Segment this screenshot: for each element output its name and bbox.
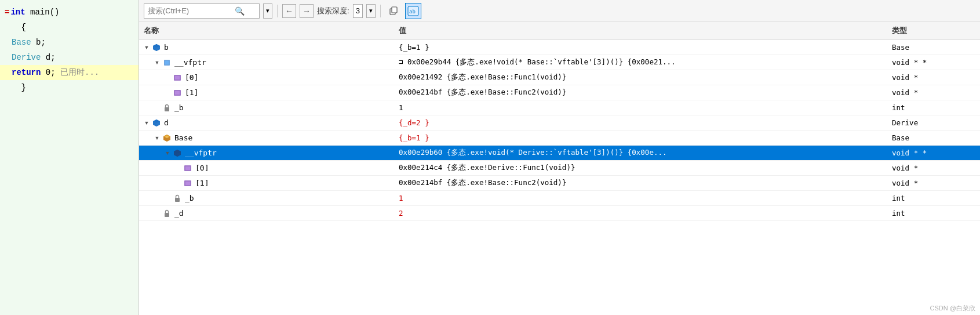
col-header-value: 值 <box>394 24 887 37</box>
var-name: _b <box>174 103 184 112</box>
name-cell: ▼ __vfptr <box>139 57 394 68</box>
keyword-return: return <box>12 66 41 79</box>
value-cell: 1 <box>394 102 887 113</box>
expand-button[interactable]: ▼ <box>153 134 161 142</box>
copy-icon-button[interactable] <box>385 3 402 19</box>
search-input[interactable] <box>148 6 235 15</box>
table-row[interactable]: _b1int <box>139 100 980 115</box>
svg-text:ab: ab <box>409 9 416 15</box>
blue-cube-icon <box>152 118 161 128</box>
name-cell: ▼ d <box>139 117 394 129</box>
lock-icon <box>162 103 172 113</box>
name-cell: _b <box>139 193 394 204</box>
search-dropdown[interactable]: ▾ <box>263 3 272 19</box>
watermark: CSDN @白菜欣 <box>930 304 975 313</box>
depth-dropdown[interactable]: ▾ <box>366 4 376 18</box>
table-row[interactable]: ▼ b{_b=1 }Base <box>139 40 980 55</box>
value-cell: 1 <box>394 193 887 204</box>
type-cell: void * * <box>887 147 980 158</box>
svg-rect-14 <box>165 107 169 111</box>
table-row[interactable]: ▼ Base{_b=1 }Base <box>139 131 980 146</box>
var-name: b <box>164 43 169 52</box>
purple-box-icon <box>183 179 192 188</box>
code-line-5: return 0; 已用时... <box>0 65 139 80</box>
svg-rect-9 <box>165 61 169 64</box>
value-cell: 2 <box>394 208 887 219</box>
expand-button[interactable]: ▼ <box>143 119 151 127</box>
value-cell: ⊐ 0x00e29b44 {多态.exe!void(* Base::`vftab… <box>394 56 887 68</box>
watch-table-body: ▼ b{_b=1 }Base▼ __vfptr⊐ 0x00e29b44 {多态.… <box>139 40 980 315</box>
value-cell: 0x00e214bf {多态.exe!Base::Func2(void)} <box>394 86 887 99</box>
code-panel: = int main() { Base b; Derive d; return … <box>0 0 139 315</box>
var-name: _d <box>174 209 184 218</box>
var-name: _b <box>185 194 194 202</box>
table-row[interactable]: [0]0x00e21492 {多态.exe!Base::Func1(void)}… <box>139 70 980 85</box>
table-row[interactable]: ▼ __vfptr⊐ 0x00e29b44 {多态.exe!void(* Bas… <box>139 55 980 70</box>
blue-cube-dark-icon <box>173 149 182 158</box>
watch-panel: 🔍 ▾ ← → 搜索深度: 3 ▾ ab 名称 值 类型 ▼ <box>139 0 980 315</box>
type-cell: Base <box>887 42 980 53</box>
var-name: d <box>164 118 169 127</box>
code-line-2: { <box>0 20 139 35</box>
value-cell: 0x00e214c4 {多态.exe!Derive::Func1(void)} <box>394 162 887 174</box>
search-icon: 🔍 <box>235 6 245 16</box>
name-cell: [0] <box>139 162 394 174</box>
name-cell: ▼ __vfptr <box>139 147 394 159</box>
name-cell: _d <box>139 208 394 219</box>
depth-value: 3 <box>356 6 360 15</box>
blue-cube-icon <box>152 43 161 52</box>
type-cell: void * <box>887 178 980 189</box>
svg-rect-29 <box>185 166 190 170</box>
type-cell: Derive <box>887 117 980 128</box>
purple-box-icon <box>173 73 182 82</box>
col-header-type: 类型 <box>887 24 980 37</box>
var-name: __vfptr <box>174 58 206 67</box>
table-row[interactable]: ▼ d{_d=2 }Derive <box>139 115 980 131</box>
purple-box-icon <box>183 164 192 173</box>
expand-button[interactable]: ▼ <box>153 59 161 67</box>
toolbar-sep-2 <box>380 5 381 17</box>
depth-select[interactable]: 3 <box>353 4 363 18</box>
name-cell: ▼ b <box>139 42 394 53</box>
value-cell: {_d=2 } <box>394 117 887 128</box>
name-cell: [1] <box>139 87 394 99</box>
text-search-button[interactable]: ab <box>405 3 421 19</box>
type-cell: void * * <box>887 57 980 68</box>
expand-button[interactable]: ▼ <box>143 44 151 52</box>
value-cell: {_b=1 } <box>394 42 887 53</box>
type-base: Base <box>12 36 31 49</box>
svg-rect-32 <box>175 198 180 202</box>
table-row[interactable]: [1]0x00e214bf {多态.exe!Base::Func2(void)}… <box>139 176 980 191</box>
keyword-int: int <box>10 6 25 19</box>
table-row[interactable]: _b1int <box>139 191 980 206</box>
var-name: Base <box>174 133 192 142</box>
brace-open: { <box>21 21 25 34</box>
table-row[interactable]: [0]0x00e214c4 {多态.exe!Derive::Func1(void… <box>139 161 980 176</box>
type-cell: int <box>887 102 980 113</box>
toolbar-sep-1 <box>277 5 278 17</box>
lock-icon <box>162 209 172 218</box>
expand-button[interactable]: ▼ <box>163 149 172 157</box>
search-box[interactable]: 🔍 <box>144 3 260 19</box>
table-row[interactable]: ▼ __vfptr0x00e29b60 {多态.exe!void(* Deriv… <box>139 146 980 161</box>
var-name: [0] <box>195 164 209 172</box>
var-name: [0] <box>185 73 198 82</box>
table-row[interactable]: [1]0x00e214bf {多态.exe!Base::Func2(void)}… <box>139 85 980 100</box>
svg-rect-13 <box>175 91 180 95</box>
table-row[interactable]: _d2int <box>139 206 980 221</box>
copy-icon <box>389 6 398 16</box>
purple-box-icon <box>173 88 182 97</box>
diamond-cube-icon <box>162 133 172 143</box>
name-cell: [1] <box>139 178 394 189</box>
value-cell: 0x00e29b60 {多态.exe!void(* Derive::`vftab… <box>394 147 887 159</box>
watch-toolbar: 🔍 ▾ ← → 搜索深度: 3 ▾ ab <box>139 0 980 22</box>
svg-rect-1 <box>392 7 397 13</box>
type-cell: void * <box>887 72 980 83</box>
value-cell: 0x00e21492 {多态.exe!Base::Func1(void)} <box>394 71 887 84</box>
nav-back-button[interactable]: ← <box>282 4 296 18</box>
nav-forward-button[interactable]: → <box>300 4 314 18</box>
type-derive: Derive <box>12 51 41 64</box>
var-name: [1] <box>185 88 198 97</box>
table-header: 名称 值 类型 <box>139 22 980 40</box>
value-cell: {_b=1 } <box>394 132 887 143</box>
